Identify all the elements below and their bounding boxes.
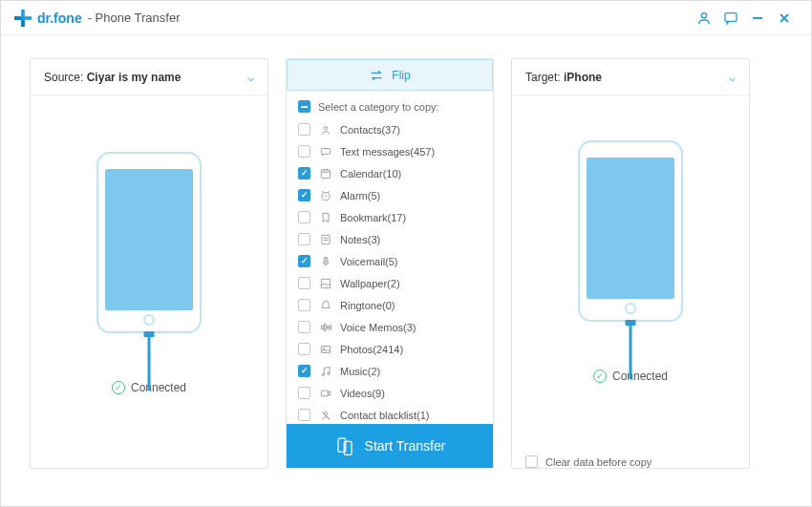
category-label: Ringtone(0) (340, 300, 395, 311)
music-icon (318, 364, 332, 378)
app-subtitle: - Phone Transfer (88, 11, 181, 25)
close-icon (778, 11, 791, 25)
category-item[interactable]: Photos(2414) (298, 338, 489, 360)
account-button[interactable] (691, 5, 717, 32)
ringtone-icon (318, 298, 332, 312)
photos-icon (318, 342, 332, 356)
category-item[interactable]: Music(2) (298, 360, 489, 382)
category-item[interactable]: Videos(9) (298, 382, 489, 404)
svg-rect-11 (321, 169, 330, 178)
category-checkbox[interactable] (298, 409, 310, 421)
calendar-icon (318, 166, 332, 180)
category-item[interactable]: Ringtone(0) (298, 294, 489, 316)
category-checkbox[interactable] (298, 387, 310, 399)
source-dropdown[interactable]: Source: Ciyar is my name ⌵ (31, 59, 267, 95)
target-name: iPhone (564, 71, 602, 84)
category-item[interactable]: Calendar(10) (298, 162, 489, 184)
contact-icon (318, 122, 332, 137)
feedback-button[interactable] (717, 5, 744, 32)
category-checkbox[interactable] (298, 277, 310, 289)
category-item[interactable]: Text messages(457) (298, 140, 489, 162)
svg-rect-16 (321, 235, 329, 243)
cable-icon (148, 333, 151, 391)
drfone-logo-icon (14, 10, 32, 27)
category-label: Alarm(5) (340, 190, 380, 201)
category-item[interactable]: Wallpaper(2) (298, 272, 489, 294)
check-circle-icon: ✓ (593, 370, 607, 383)
category-item[interactable]: Notes(3) (298, 228, 489, 250)
voicememo-icon (318, 320, 332, 334)
clear-data-row[interactable]: Clear data before copy (512, 444, 749, 468)
category-item[interactable]: Alarm(5) (298, 184, 489, 206)
bookmark-icon (318, 210, 332, 224)
app-window: dr.fone - Phone Transfer Source: Ciyar i… (0, 0, 812, 507)
svg-rect-3 (21, 19, 25, 26)
target-phone-graphic: ✓ Connected (512, 95, 749, 444)
videos-icon (318, 386, 332, 400)
target-status-text: Connected (612, 370, 668, 383)
category-item[interactable]: Contact blacklist(1) (298, 404, 489, 424)
close-button[interactable] (771, 5, 798, 32)
category-item[interactable]: Bookmark(17) (298, 206, 489, 228)
blacklist-icon (318, 408, 332, 422)
svg-point-4 (701, 12, 706, 17)
chevron-down-icon: ⌵ (729, 71, 736, 84)
category-checkbox[interactable] (298, 255, 310, 267)
svg-rect-22 (324, 324, 326, 330)
category-checkbox[interactable] (298, 189, 310, 201)
alarm-icon (318, 188, 332, 202)
clear-data-label: Clear data before copy (545, 456, 652, 468)
category-item[interactable]: Voice Memos(3) (298, 316, 489, 338)
clear-data-checkbox[interactable] (525, 455, 538, 468)
category-checkbox[interactable] (298, 145, 310, 158)
target-dropdown[interactable]: Target: iPhone ⌵ (512, 59, 749, 95)
category-item[interactable]: Voicemail(5) (298, 250, 489, 272)
category-header: Select a category to copy: (287, 91, 493, 118)
svg-rect-10 (321, 148, 330, 154)
app-logo: dr.fone (14, 10, 82, 27)
user-icon (696, 11, 712, 26)
category-checkbox[interactable] (298, 321, 310, 333)
category-checkbox[interactable] (298, 299, 310, 311)
svg-rect-2 (14, 16, 21, 20)
minimize-icon (751, 11, 764, 25)
svg-rect-25 (321, 346, 330, 352)
category-label: Videos(9) (340, 388, 385, 399)
target-panel: Target: iPhone ⌵ ✓ Connected Cle (511, 58, 750, 469)
titlebar: dr.fone - Phone Transfer (1, 1, 811, 35)
voicemail-icon (318, 254, 332, 268)
flip-label: Flip (392, 69, 410, 82)
home-button-icon (143, 314, 155, 326)
svg-point-27 (321, 373, 323, 375)
category-label: Text messages(457) (340, 146, 435, 158)
svg-rect-5 (725, 12, 737, 21)
category-label: Wallpaper(2) (340, 278, 400, 289)
cable-icon (630, 322, 632, 379)
check-circle-icon: ✓ (112, 381, 125, 394)
flip-button[interactable]: Flip (287, 59, 493, 91)
minimize-button[interactable] (744, 5, 771, 32)
category-label: Contacts(37) (340, 124, 400, 136)
brand-text: dr.fone (37, 11, 82, 26)
svg-rect-20 (321, 279, 330, 287)
svg-rect-24 (330, 325, 331, 329)
category-checkbox[interactable] (298, 233, 310, 245)
wallpaper-icon (318, 276, 332, 290)
svg-point-28 (327, 372, 329, 374)
svg-rect-23 (327, 326, 329, 327)
category-checkbox[interactable] (298, 167, 310, 180)
category-label: Photos(2414) (340, 344, 403, 355)
category-list[interactable]: Contacts(37)Text messages(457)Calendar(1… (287, 118, 493, 424)
select-all-checkbox[interactable] (298, 100, 310, 113)
category-item[interactable]: Contacts(37) (298, 118, 489, 140)
category-checkbox[interactable] (298, 211, 310, 223)
target-label: Target: (525, 71, 561, 84)
start-transfer-button[interactable]: Start Transfer (287, 424, 493, 468)
flip-icon (369, 69, 384, 82)
category-checkbox[interactable] (298, 365, 310, 377)
source-phone-graphic: ✓ Connected (31, 95, 267, 468)
category-checkbox[interactable] (298, 343, 310, 355)
category-checkbox[interactable] (298, 123, 310, 136)
chat-icon (723, 11, 738, 26)
svg-rect-21 (321, 326, 323, 329)
